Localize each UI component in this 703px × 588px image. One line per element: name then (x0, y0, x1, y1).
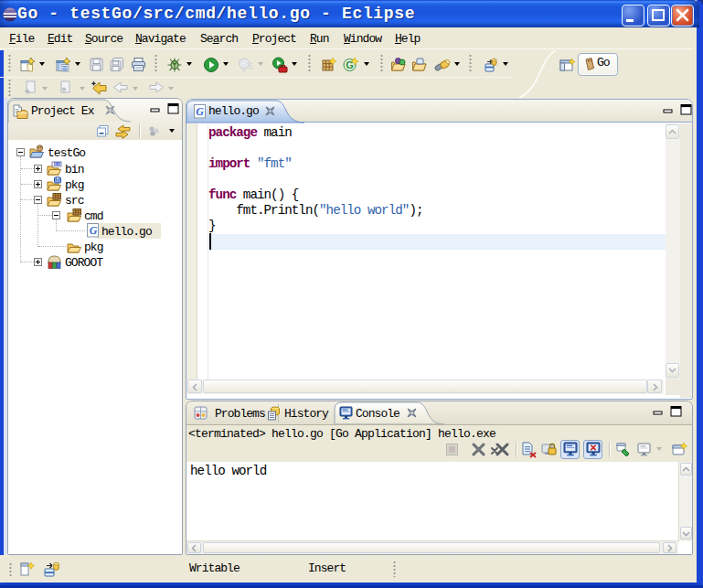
svg-text:G: G (90, 224, 98, 237)
svg-text:010: 010 (54, 161, 60, 166)
svg-text:G: G (196, 105, 204, 118)
